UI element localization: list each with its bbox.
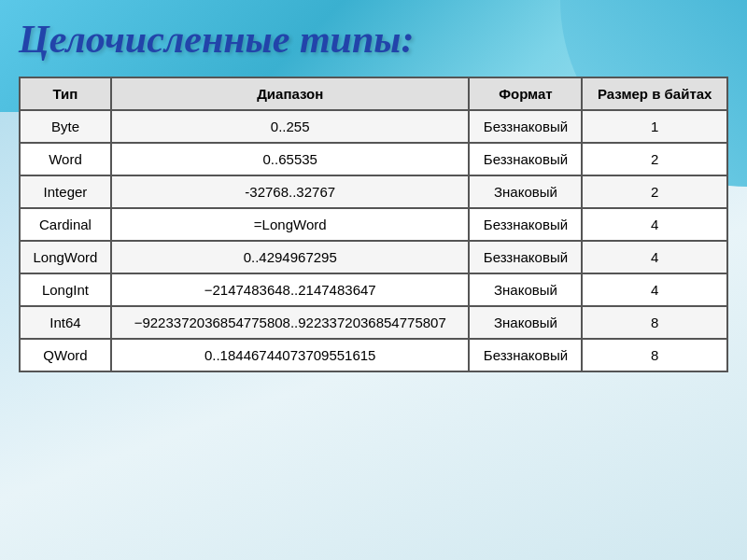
table-cell-4-3: 4 — [582, 241, 727, 273]
page-content: Целочисленные типы: Тип Диапазон Формат … — [0, 0, 747, 382]
table-cell-0-2: Беззнаковый — [469, 110, 582, 143]
table-row: Word0..65535Беззнаковый2 — [20, 143, 727, 175]
table-header-row: Тип Диапазон Формат Размер в байтах — [20, 77, 727, 110]
table-row: LongInt−2147483648..2147483647Знаковый4 — [20, 273, 727, 306]
table-cell-6-1: −9223372036854775808..922337203685477580… — [111, 306, 470, 339]
table-cell-6-3: 8 — [582, 306, 727, 339]
col-header-type: Тип — [20, 77, 111, 110]
table-cell-3-3: 4 — [582, 208, 727, 241]
table-cell-1-3: 2 — [582, 143, 727, 175]
data-table: Тип Диапазон Формат Размер в байтах Byte… — [19, 77, 728, 372]
table-cell-6-0: Int64 — [20, 306, 111, 339]
table-cell-3-0: Cardinal — [20, 208, 111, 241]
table-cell-5-2: Знаковый — [469, 273, 582, 306]
table-row: Int64−9223372036854775808..9223372036854… — [20, 306, 727, 339]
table-row: Cardinal=LongWordБеззнаковый4 — [20, 208, 727, 241]
table-cell-5-3: 4 — [582, 273, 727, 306]
table-cell-1-2: Беззнаковый — [469, 143, 582, 175]
table-row: LongWord0..4294967295Беззнаковый4 — [20, 241, 727, 273]
table-cell-7-1: 0..18446744073709551615 — [111, 339, 470, 371]
table-cell-7-2: Беззнаковый — [469, 339, 582, 371]
table-cell-7-0: QWord — [20, 339, 111, 371]
table-row: Integer-32768..32767Знаковый2 — [20, 175, 727, 208]
table-cell-1-1: 0..65535 — [111, 143, 470, 175]
table-cell-0-1: 0..255 — [111, 110, 470, 143]
table-cell-0-0: Byte — [20, 110, 111, 143]
col-header-range: Диапазон — [111, 77, 470, 110]
col-header-format: Формат — [469, 77, 582, 110]
table-cell-2-1: -32768..32767 — [111, 175, 470, 208]
table-cell-4-1: 0..4294967295 — [111, 241, 470, 273]
table-cell-3-2: Беззнаковый — [469, 208, 582, 241]
page-title: Целочисленные типы: — [19, 17, 728, 62]
table-cell-3-1: =LongWord — [111, 208, 470, 241]
table-cell-2-3: 2 — [582, 175, 727, 208]
table-cell-1-0: Word — [20, 143, 111, 175]
table-cell-0-3: 1 — [582, 110, 727, 143]
table-cell-2-2: Знаковый — [469, 175, 582, 208]
table-cell-5-0: LongInt — [20, 273, 111, 306]
table-cell-6-2: Знаковый — [469, 306, 582, 339]
table-cell-4-2: Беззнаковый — [469, 241, 582, 273]
table-cell-7-3: 8 — [582, 339, 727, 371]
col-header-size: Размер в байтах — [582, 77, 727, 110]
table-cell-2-0: Integer — [20, 175, 111, 208]
table-row: Byte0..255Беззнаковый1 — [20, 110, 727, 143]
table-row: QWord0..18446744073709551615Беззнаковый8 — [20, 339, 727, 371]
table-cell-4-0: LongWord — [20, 241, 111, 273]
table-cell-5-1: −2147483648..2147483647 — [111, 273, 470, 306]
